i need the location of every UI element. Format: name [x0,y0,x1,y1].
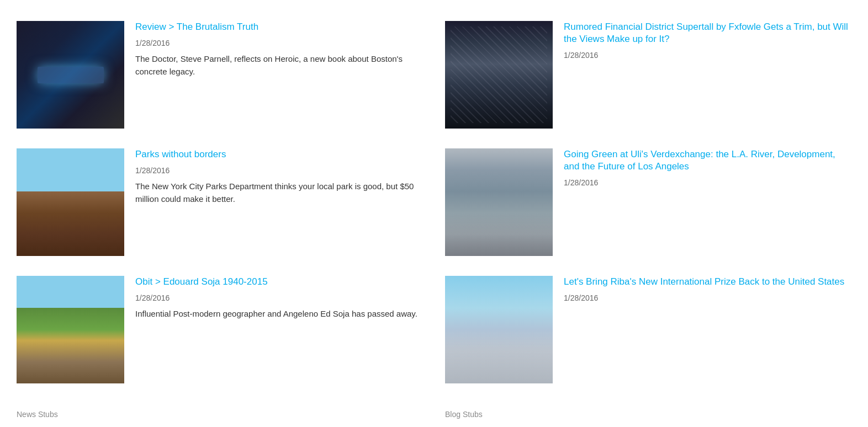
article-title[interactable]: Parks without borders [135,148,423,161]
article-content: Parks without borders 1/28/2016 The New … [135,148,423,256]
article-thumbnail [17,148,124,256]
right-column: Rumored Financial District Supertall by … [445,11,851,419]
article-description: The Doctor, Steve Parnell, reflects on H… [135,53,423,78]
article-description: The New York City Parks Department think… [135,180,423,205]
article-date: 1/28/2016 [564,293,851,302]
article-title[interactable]: Rumored Financial District Supertall by … [564,21,851,45]
article-title[interactable]: Going Green at Uli's Verdexchange: the L… [564,148,851,173]
article-title[interactable]: Let's Bring Riba's New International Pri… [564,276,851,288]
article-description: Influential Post-modern geographer and A… [135,308,423,321]
article-thumbnail [17,21,124,129]
article-date: 1/28/2016 [135,293,423,302]
article-title[interactable]: Obit > Edouard Soja 1940-2015 [135,276,423,288]
list-item: Let's Bring Riba's New International Pri… [445,266,851,393]
article-date: 1/28/2016 [564,51,851,60]
section-label: Blog Stubs [445,404,851,419]
article-content: Let's Bring Riba's New International Pri… [564,276,851,383]
left-column: Review > The Brutalism Truth 1/28/2016 T… [17,11,423,419]
list-item: Obit > Edouard Soja 1940-2015 1/28/2016 … [17,266,423,393]
article-date: 1/28/2016 [135,166,423,175]
list-item: Review > The Brutalism Truth 1/28/2016 T… [17,11,423,138]
article-thumbnail [445,148,553,256]
article-date: 1/28/2016 [564,178,851,187]
article-content: Obit > Edouard Soja 1940-2015 1/28/2016 … [135,276,423,383]
list-item: Rumored Financial District Supertall by … [445,11,851,138]
article-date: 1/28/2016 [135,39,423,47]
article-thumbnail [17,276,124,383]
list-item: Going Green at Uli's Verdexchange: the L… [445,138,851,266]
article-thumbnail [445,276,553,383]
article-thumbnail [445,21,553,129]
article-title[interactable]: Review > The Brutalism Truth [135,21,423,33]
article-content: Rumored Financial District Supertall by … [564,21,851,129]
list-item: Parks without borders 1/28/2016 The New … [17,138,423,266]
article-content: Review > The Brutalism Truth 1/28/2016 T… [135,21,423,129]
page-wrapper: Review > The Brutalism Truth 1/28/2016 T… [0,0,868,427]
section-label: News Stubs [17,404,423,419]
article-content: Going Green at Uli's Verdexchange: the L… [564,148,851,256]
